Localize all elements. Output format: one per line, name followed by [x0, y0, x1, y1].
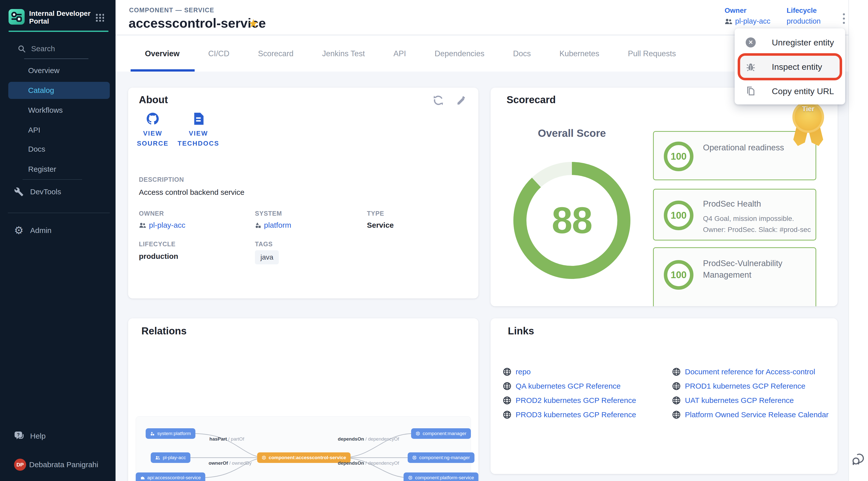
- link-qa-k8s[interactable]: QA kubernetes GCP Reference: [502, 382, 636, 390]
- relations-graph[interactable]: system:platform pl-play-acc api:accessco…: [135, 416, 471, 481]
- link-doc-reference[interactable]: Document reference for Access-control: [672, 367, 829, 376]
- lifecycle-label: Lifecycle: [786, 6, 820, 14]
- node-component-accesscontrol-service[interactable]: component:accesscontrol-service: [257, 452, 351, 463]
- type-field-value: Service: [367, 221, 394, 229]
- description-value: Access control backend service: [139, 188, 244, 197]
- link-release-calendar[interactable]: Platform Owned Service Release Calendar: [672, 411, 829, 419]
- search-underline: [24, 59, 88, 59]
- breadcrumb: COMPONENT — SERVICE: [129, 6, 214, 14]
- tab-docs[interactable]: Docs: [499, 49, 545, 58]
- sidebar-item-label: DevTools: [30, 188, 61, 196]
- sidebar-item-label: Admin: [30, 226, 52, 235]
- globe-icon: [502, 367, 512, 376]
- lifecycle-field-label: LIFECYCLE: [139, 241, 176, 248]
- globe-icon: [502, 382, 512, 391]
- active-tab-indicator: [131, 69, 195, 71]
- view-techdocs-link[interactable]: VIEWTECHDOCS: [177, 113, 220, 148]
- menu-item-unregister-entity[interactable]: ✕ Unregister entity: [735, 30, 845, 55]
- tab-pull-requests[interactable]: Pull Requests: [614, 49, 690, 58]
- search-icon: [18, 45, 26, 53]
- link-repo[interactable]: repo: [502, 367, 636, 376]
- gear-icon: ⚙: [14, 225, 29, 236]
- more-options-kebab-icon[interactable]: [839, 11, 849, 26]
- document-icon: [193, 113, 204, 125]
- apps-grid-icon[interactable]: [95, 13, 104, 22]
- bug-icon: [746, 62, 761, 72]
- tab-api[interactable]: API: [379, 49, 421, 58]
- menu-item-copy-entity-url[interactable]: Copy entity URL: [735, 79, 845, 103]
- score-row-title: ProdSec Health: [703, 198, 811, 210]
- sidebar-item-devtools[interactable]: DevTools: [0, 184, 116, 200]
- link-prod3-k8s[interactable]: PROD3 kubernetes GCP Reference: [502, 411, 636, 419]
- tab-overview[interactable]: Overview: [131, 49, 194, 58]
- chip-icon: [408, 476, 413, 480]
- sidebar-divider: [8, 213, 110, 213]
- sidebar-item-overview[interactable]: Overview: [0, 62, 116, 79]
- brand-accent-divider: [8, 31, 108, 32]
- links-column-1: repo QA kubernetes GCP Reference PROD2 k…: [502, 367, 636, 419]
- scrollbar-gutter[interactable]: [848, 0, 868, 481]
- node-component-platform-service[interactable]: component:platform-service: [404, 473, 478, 481]
- menu-item-inspect-entity[interactable]: Inspect entity: [735, 55, 845, 79]
- sidebar-item-docs[interactable]: Docs: [0, 141, 116, 157]
- sidebar-item-register[interactable]: Register: [0, 161, 116, 178]
- sidebar-item-api[interactable]: API: [0, 122, 116, 138]
- node-component-ng-manager[interactable]: component:ng-manager: [408, 452, 474, 463]
- link-prod2-k8s[interactable]: PROD2 kubernetes GCP Reference: [502, 396, 636, 405]
- portal-logo-icon: [8, 9, 25, 25]
- node-api-accesscontrol-service[interactable]: api:accesscontrol-service: [135, 473, 205, 481]
- sidebar-search[interactable]: Search: [0, 43, 116, 55]
- sidebar-item-catalog[interactable]: Catalog: [0, 82, 116, 99]
- scorecard-title: Scorecard: [506, 94, 556, 105]
- sidebar-item-workflows[interactable]: Workflows: [0, 102, 116, 119]
- wrench-icon: [14, 187, 29, 197]
- sidebar-item-admin[interactable]: ⚙ Admin: [0, 222, 116, 239]
- node-pl-play-acc[interactable]: pl-play-acc: [151, 452, 190, 463]
- sidebar-item-label: Help: [30, 432, 46, 440]
- sidebar-item-help[interactable]: ? Help: [0, 428, 116, 444]
- links-card: Links repo QA kubernetes GCP Reference: [491, 318, 838, 474]
- owner-link[interactable]: pl-play-acc: [735, 17, 770, 25]
- refresh-icon[interactable]: [433, 95, 444, 106]
- tab-jenkins-test[interactable]: Jenkins Test: [308, 49, 379, 58]
- score-row-subtitle: Q4 Goal, mission impossible. Owner: Prod…: [703, 213, 811, 235]
- owner-block: Owner pl-play-acc: [724, 6, 770, 25]
- about-card: About VIEWSOURCE VIEWTECHDOCS: [128, 88, 478, 298]
- chat-bubbles-icon[interactable]: [851, 451, 867, 468]
- lifecycle-value: production: [786, 17, 820, 25]
- node-component-manager[interactable]: component:manager: [411, 428, 471, 439]
- app-root: Internal Developer Portal Search Overvie…: [0, 0, 868, 481]
- chip-icon: [262, 455, 266, 460]
- tab-kubernetes[interactable]: Kubernetes: [545, 49, 614, 58]
- page-title: accesscontrol-service: [129, 15, 266, 31]
- view-source-link[interactable]: VIEWSOURCE: [131, 113, 174, 148]
- tab-scorecard[interactable]: Scorecard: [244, 49, 308, 58]
- sidebar-user[interactable]: DP Debabrata Panigrahi: [0, 456, 116, 473]
- score-ring: 100: [664, 141, 693, 171]
- score-row-prodsec-vulnerability[interactable]: 100 ProdSec-Vulnerability Management: [653, 247, 816, 306]
- tag-chip[interactable]: java: [255, 250, 279, 264]
- puzzle-icon: [140, 476, 145, 480]
- group-icon: [139, 222, 147, 228]
- description-label: DESCRIPTION: [139, 176, 184, 183]
- owner-field-link[interactable]: pl-play-acc: [139, 221, 185, 229]
- svg-text:?: ?: [17, 432, 20, 437]
- link-uat-k8s[interactable]: UAT kubernetes GCP Reference: [672, 396, 829, 405]
- favorite-star-icon[interactable]: ★: [248, 17, 258, 30]
- edit-pencil-icon[interactable]: [456, 95, 467, 106]
- tab-dependencies[interactable]: Dependencies: [421, 49, 499, 58]
- lifecycle-field-value: production: [139, 252, 178, 261]
- score-row-prodsec-health[interactable]: 100 ProdSec Health Q4 Goal, mission impo…: [653, 189, 816, 241]
- globe-icon: [672, 367, 681, 376]
- group-icon: [155, 456, 160, 460]
- link-prod1-k8s[interactable]: PROD1 kubernetes GCP Reference: [672, 382, 829, 390]
- search-input[interactable]: Search: [31, 44, 55, 53]
- tags-field-label: TAGS: [255, 241, 273, 248]
- tab-cicd[interactable]: CI/CD: [194, 49, 244, 58]
- score-row-operational-readiness[interactable]: 100 Operational readiness: [653, 131, 816, 180]
- system-field-link[interactable]: platform: [255, 221, 291, 229]
- score-ring: 100: [664, 200, 693, 230]
- node-system-platform[interactable]: system:platform: [146, 428, 195, 439]
- overall-score-value: 88: [513, 161, 631, 280]
- github-icon: [147, 113, 159, 125]
